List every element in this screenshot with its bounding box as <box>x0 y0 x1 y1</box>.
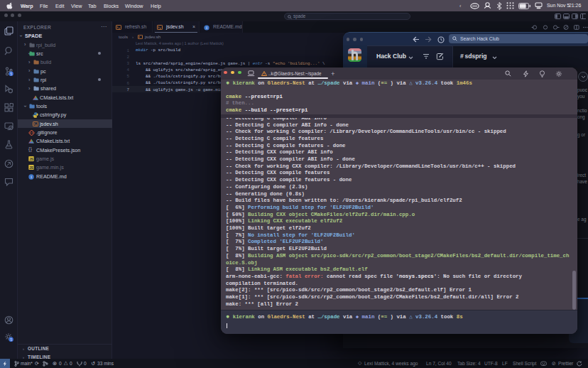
svg-text:5: 5 <box>10 71 12 75</box>
svg-text:JS: JS <box>29 166 33 170</box>
svg-text:JS: JS <box>29 157 33 161</box>
svg-text:5: 5 <box>10 337 12 341</box>
